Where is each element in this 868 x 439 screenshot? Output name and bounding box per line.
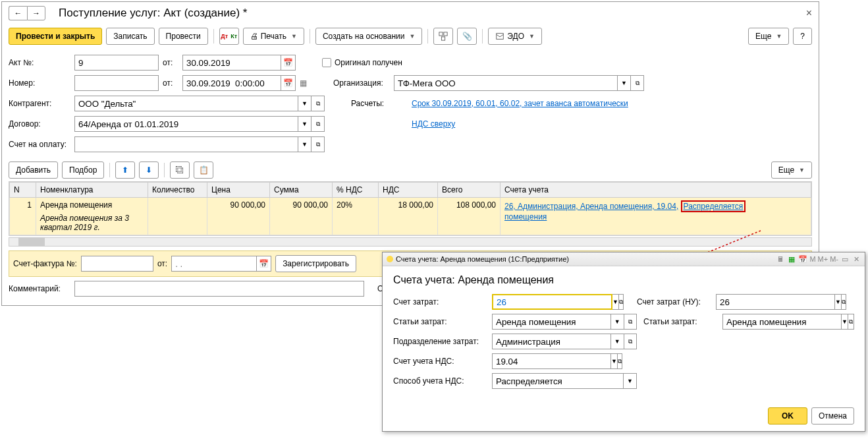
titlebar: ← → Поступление услуг: Акт (создание) * … [2, 2, 819, 24]
col-n[interactable]: N [10, 183, 36, 198]
cell-nomenclature: Аренда помещения Аренда помещения за 3 к… [36, 198, 148, 235]
act-date-input[interactable] [182, 55, 281, 71]
open-button[interactable]: ⧉ [842, 294, 846, 307]
table-more-button[interactable]: Еще ▼ [771, 161, 812, 179]
nav-back-button[interactable]: ← [9, 6, 27, 20]
distributed-highlight: Распределяется [681, 200, 746, 212]
number-input[interactable] [74, 75, 159, 91]
invoice-input[interactable] [74, 136, 298, 152]
act-no-label: Акт №: [9, 58, 74, 67]
dropdown-button[interactable]: ▼ [298, 96, 312, 111]
open-button[interactable]: ⧉ [631, 75, 644, 91]
cost-account-nu-label: Счет затрат (НУ): [637, 297, 716, 307]
cell-qty [148, 198, 207, 235]
main-toolbar: Провести и закрыть Записать Провести ДтК… [2, 24, 819, 48]
dropdown-button[interactable]: ▼ [298, 116, 312, 132]
dropdown-button[interactable]: ▼ [612, 294, 619, 307]
mem-mminus[interactable]: M- [830, 255, 838, 263]
move-up-button[interactable]: ⬆ [115, 161, 135, 179]
open-button[interactable]: ⧉ [312, 116, 325, 132]
cost-account-input[interactable] [492, 294, 612, 307]
calendar-icon[interactable]: 📅 [281, 75, 296, 91]
col-vat-pct[interactable]: % НДС [333, 183, 379, 198]
dropdown-button[interactable]: ▼ [618, 75, 631, 91]
close-icon[interactable]: ✕ [852, 254, 861, 264]
dropdown-button[interactable]: ▼ [835, 294, 842, 307]
col-accounts[interactable]: Счета учета [501, 183, 811, 198]
help-button[interactable]: ? [793, 28, 812, 45]
calendar-icon[interactable]: 📅 [281, 55, 296, 71]
open-button[interactable]: ⧉ [312, 136, 325, 152]
cell-n: 1 [10, 198, 36, 235]
tool-icon[interactable]: ▦ [787, 254, 796, 264]
open-button[interactable]: ⧉ [619, 294, 624, 307]
close-icon[interactable]: × [806, 7, 812, 19]
cell-accounts[interactable]: 26, Администрация, Аренда помещения, 19.… [501, 198, 811, 235]
comment-input[interactable] [74, 281, 364, 297]
mem-mplus[interactable]: M+ [818, 255, 828, 263]
vat-mode-link[interactable]: НДС сверху [412, 119, 455, 129]
cell-price: 90 000,00 [207, 198, 270, 235]
org-input[interactable] [394, 75, 618, 91]
calendar-icon[interactable]: 📅 [798, 254, 807, 264]
sf-number-input[interactable] [81, 256, 153, 272]
dropdown-button[interactable]: ▼ [298, 136, 312, 152]
edo-button[interactable]: ЭДО ▼ [488, 28, 542, 45]
cost-account-label: Счет затрат: [393, 297, 492, 307]
number-date-input[interactable] [182, 75, 281, 91]
svg-rect-1 [444, 32, 447, 36]
mem-m[interactable]: M [809, 255, 815, 263]
chevron-down-icon: ▼ [291, 33, 297, 40]
dialog-window-title: Счета учета: Аренда помещения (1С:Предпр… [396, 255, 569, 263]
col-qty[interactable]: Количество [148, 183, 207, 198]
calendar-icon[interactable]: 📅 [257, 256, 271, 272]
write-button[interactable]: Записать [106, 28, 154, 45]
act-no-input[interactable] [74, 55, 159, 71]
number-label: Номер: [9, 78, 74, 88]
minimize-icon[interactable]: ▭ [840, 254, 850, 264]
move-down-button[interactable]: ⬇ [139, 161, 159, 179]
attachment-button[interactable]: 📎 [457, 28, 477, 45]
cost-account-nu-input[interactable] [716, 294, 835, 307]
window-title: Поступление услуг: Акт (создание) * [59, 7, 247, 20]
sf-date-input[interactable] [171, 256, 257, 272]
original-received-checkbox[interactable]: Оригинал получен [322, 58, 402, 67]
cell-total: 108 000,00 [438, 198, 501, 235]
open-button[interactable]: ⧉ [312, 96, 325, 111]
col-nomenclature[interactable]: Номенклатура [36, 183, 148, 198]
related-docs-button[interactable] [433, 28, 453, 45]
select-button[interactable]: Подбор [62, 161, 104, 179]
create-based-button[interactable]: Создать на основании ▼ [315, 28, 422, 45]
dialog-titlebar: Счета учета: Аренда помещения (1С:Предпр… [383, 252, 865, 266]
contragent-label: Контрагент: [9, 99, 74, 108]
col-price[interactable]: Цена [207, 183, 270, 198]
more-button[interactable]: Еще ▼ [748, 28, 789, 45]
contragent-input[interactable] [74, 96, 298, 111]
accounts-dialog: Счета учета: Аренда помещения (1С:Предпр… [382, 252, 865, 307]
sf-from-label: от: [157, 259, 167, 268]
extra-icon[interactable]: ▦ [300, 78, 307, 88]
table-header-row: N Номенклатура Количество Цена Сумма % Н… [10, 183, 811, 198]
table-row[interactable]: 1 Аренда помещения Аренда помещения за 3… [10, 198, 811, 235]
chevron-down-icon: ▼ [529, 33, 535, 40]
add-row-button[interactable]: Добавить [9, 161, 58, 179]
sf-label: Счет-фактура №: [13, 259, 77, 268]
horizontal-scrollbar[interactable] [9, 237, 812, 247]
dtkt-button[interactable]: ДтКт [219, 28, 239, 45]
tool-icon[interactable]: 🖩 [776, 254, 785, 264]
copy-button[interactable]: ⿻ [170, 161, 190, 179]
col-vat[interactable]: НДС [379, 183, 438, 198]
paste-button[interactable]: 📋 [194, 161, 213, 179]
from-label: от: [163, 78, 182, 88]
post-button[interactable]: Провести [159, 28, 208, 45]
settlements-link[interactable]: Срок 30.09.2019, 60.01, 60.02, зачет ава… [412, 99, 628, 108]
col-sum[interactable]: Сумма [270, 183, 333, 198]
post-and-close-button[interactable]: Провести и закрыть [9, 28, 102, 45]
contract-input[interactable] [74, 116, 298, 132]
print-button[interactable]: 🖨 Печать ▼ [243, 28, 304, 45]
col-total[interactable]: Всего [438, 183, 501, 198]
nav-forward-button[interactable]: → [27, 6, 45, 20]
scroll-thumb[interactable] [18, 238, 45, 246]
copy-icon: ⿻ [176, 165, 184, 175]
register-button[interactable]: Зарегистрировать [275, 255, 356, 272]
